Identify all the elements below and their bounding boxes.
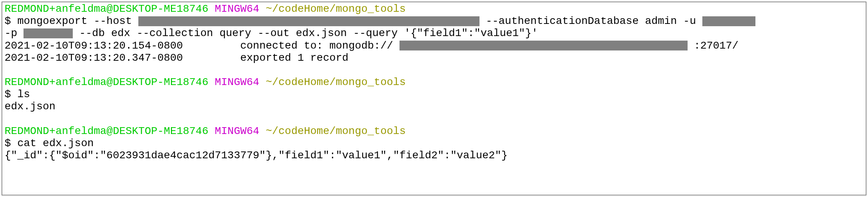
redacted-password [24, 28, 73, 38]
blank-line [5, 64, 863, 76]
command-text: cat edx.json [17, 137, 94, 149]
prompt-symbol: $ [5, 88, 11, 100]
command-line: $ cat edx.json [5, 137, 863, 150]
output-timestamp: 2021-02-10T09:13:20.154-0800 [5, 40, 183, 52]
output-line: 2021-02-10T09:13:20.154-0800 connected t… [5, 40, 863, 52]
prompt-env: MINGW64 [215, 3, 260, 15]
command-text: -p [5, 27, 24, 39]
blank-line [5, 113, 863, 125]
command-text: mongoexport --host [17, 15, 138, 27]
prompt-line: REDMOND+anfeldma@DESKTOP-ME18746 MINGW64… [5, 76, 863, 88]
command-line: $ ls [5, 88, 863, 101]
prompt-user: REDMOND+anfeldma@DESKTOP-ME18746 [5, 76, 208, 88]
prompt-symbol: $ [5, 137, 11, 149]
prompt-path: ~/codeHome/mongo_tools [266, 76, 406, 88]
redacted-host [138, 16, 479, 26]
prompt-user: REDMOND+anfeldma@DESKTOP-ME18746 [5, 125, 208, 137]
command-line: $ mongoexport --host --authenticationDat… [5, 15, 863, 27]
output-text: :27017/ [694, 40, 739, 52]
command-line-cont: -p --db edx --collection query --out edx… [5, 27, 863, 39]
output-timestamp: 2021-02-10T09:13:20.347-0800 [5, 52, 183, 64]
command-text: --db edx --collection query --out edx.js… [79, 27, 538, 39]
output-text: connected to: mongodb:// [240, 40, 393, 52]
output-json: {"_id":{"$oid":"6023931dae4cac12d7133779… [5, 150, 508, 161]
command-text: ls [17, 88, 30, 100]
prompt-user: REDMOND+anfeldma@DESKTOP-ME18746 [5, 3, 208, 15]
redacted-user [702, 16, 755, 26]
output-line: {"_id":{"$oid":"6023931dae4cac12d7133779… [5, 150, 863, 162]
prompt-path: ~/codeHome/mongo_tools [266, 125, 406, 137]
prompt-path: ~/codeHome/mongo_tools [266, 3, 406, 15]
prompt-symbol: $ [5, 15, 11, 27]
output-line: 2021-02-10T09:13:20.347-0800 exported 1 … [5, 52, 863, 64]
prompt-env: MINGW64 [215, 76, 260, 88]
terminal-window[interactable]: REDMOND+anfeldma@DESKTOP-ME18746 MINGW64… [2, 2, 866, 195]
prompt-env: MINGW64 [215, 125, 260, 137]
output-text: exported 1 record [240, 52, 349, 64]
prompt-line: REDMOND+anfeldma@DESKTOP-ME18746 MINGW64… [5, 3, 863, 15]
prompt-line: REDMOND+anfeldma@DESKTOP-ME18746 MINGW64… [5, 125, 863, 137]
output-line: edx.json [5, 101, 863, 113]
redacted-connection [400, 41, 688, 50]
output-text: edx.json [5, 101, 55, 112]
command-text: --authenticationDatabase admin -u [486, 15, 702, 27]
